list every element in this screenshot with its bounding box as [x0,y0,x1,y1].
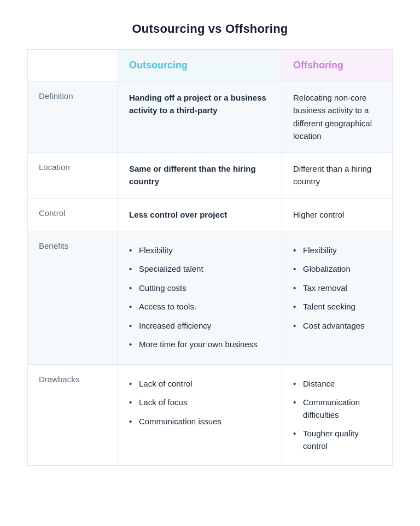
list-item: Cutting costs [129,279,271,298]
row-label-definition: Definition [28,81,118,153]
list-item: Flexibility [293,241,381,260]
outsourcing-list-drawbacks: Lack of controlLack of focusCommunicatio… [129,375,271,431]
table-header-row: Outsourcing Offshoring [28,50,393,81]
table-row-control: ControlLess control over projectHigher c… [28,198,393,231]
list-item: Access to tools. [129,297,271,317]
list-item: Lack of focus [129,393,271,412]
list-item: Cost advantages [293,317,381,336]
page-title: Outsourcing vs Offshoring [27,22,393,36]
outsourcing-text-definition: Handing off a project or a business acti… [129,93,266,115]
outsourcing-cell-control: Less control over project [118,198,282,231]
outsourcing-cell-benefits: FlexibilitySpecialized talentCutting cos… [118,231,282,364]
comparison-table: Outsourcing Offshoring DefinitionHanding… [27,49,393,466]
page-container: Outsourcing vs Offshoring Outsourcing Of… [11,11,409,488]
offshoring-cell-control: Higher control [282,198,393,231]
outsourcing-cell-definition: Handing off a project or a business acti… [118,81,282,153]
list-item: Tax removal [293,279,381,298]
header-offshoring: Offshoring [282,50,393,81]
list-item: Specialized talent [129,260,271,279]
table-row-benefits: BenefitsFlexibilitySpecialized talentCut… [28,231,393,364]
table-row-definition: DefinitionHanding off a project or a bus… [28,81,393,153]
header-outsourcing: Outsourcing [118,50,282,81]
offshoring-text-definition: Relocating non-core business activity to… [293,93,372,141]
offshoring-cell-drawbacks: DistanceCommunication difficultiesToughe… [282,364,393,466]
list-item: Talent seeking [293,297,381,317]
outsourcing-cell-drawbacks: Lack of controlLack of focusCommunicatio… [118,364,282,466]
list-item: Globalization [293,260,381,279]
outsourcing-text-location: Same or different than the hiring countr… [129,164,256,186]
row-label-control: Control [28,198,118,231]
row-label-location: Location [28,153,118,198]
offshoring-cell-benefits: FlexibilityGlobalizationTax removalTalen… [282,231,393,364]
offshoring-cell-location: Different than a hiring country [282,153,393,198]
list-item: Distance [293,375,381,394]
outsourcing-list-benefits: FlexibilitySpecialized talentCutting cos… [129,241,271,354]
table-row-drawbacks: DrawbacksLack of controlLack of focusCom… [28,364,393,466]
offshoring-cell-definition: Relocating non-core business activity to… [282,81,393,153]
outsourcing-text-control: Less control over project [129,210,227,219]
list-item: Communication difficulties [293,393,381,424]
outsourcing-cell-location: Same or different than the hiring countr… [118,153,282,198]
list-item: Lack of control [129,375,271,394]
list-item: More time for your own business [129,335,271,354]
offshoring-list-drawbacks: DistanceCommunication difficultiesToughe… [293,375,381,456]
list-item: Increased efficiency [129,317,271,336]
list-item: Flexibility [129,241,271,260]
list-item: Tougher quality control [293,424,381,455]
row-label-benefits: Benefits [28,231,118,364]
table-row-location: LocationSame or different than the hirin… [28,153,393,198]
row-label-drawbacks: Drawbacks [28,364,118,466]
offshoring-text-location: Different than a hiring country [293,164,371,186]
offshoring-list-benefits: FlexibilityGlobalizationTax removalTalen… [293,241,381,336]
offshoring-text-control: Higher control [293,210,344,219]
list-item: Communication issues [129,412,271,431]
header-label-col [28,50,118,81]
